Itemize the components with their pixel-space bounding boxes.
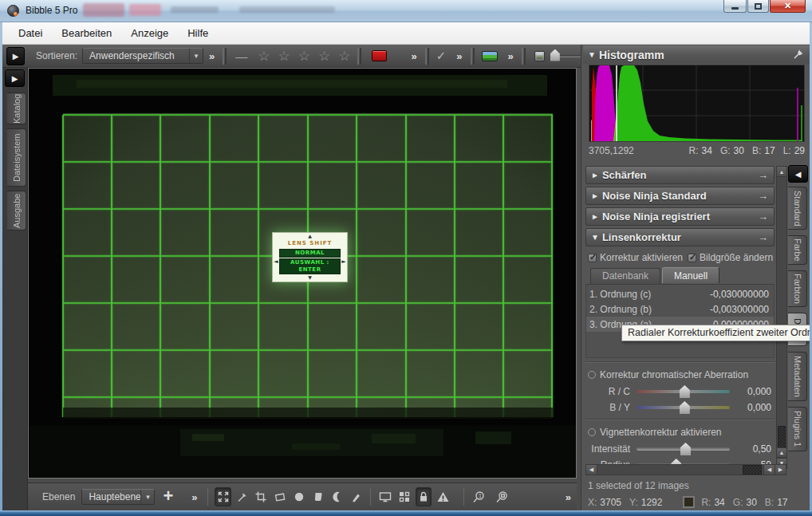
coeff-value[interactable]: -0,030000000 xyxy=(710,289,769,300)
sidebar-tab-ausgabe[interactable]: Ausgabe xyxy=(7,191,26,230)
layer-dropdown[interactable]: Hauptebene ▼ xyxy=(81,489,155,505)
filmstrip-icon[interactable] xyxy=(482,51,498,61)
tab-farbton[interactable]: Farbton xyxy=(788,270,807,307)
menu-anzeige[interactable]: Anzeige xyxy=(121,24,178,42)
chromatic-aberration-checkbox[interactable] xyxy=(588,371,596,379)
osd-selection: NORMAL xyxy=(279,249,341,258)
panel-action-icon[interactable]: → xyxy=(758,231,768,243)
slider-thumb[interactable] xyxy=(680,401,690,414)
menu-datei[interactable]: Datei xyxy=(9,24,52,42)
panel-horizontal-scrollbar[interactable]: ◀ ◀ ▶ xyxy=(585,464,786,475)
scroll-up-button[interactable]: ▲ xyxy=(777,167,786,177)
tab-manuell[interactable]: Manuell xyxy=(662,267,719,283)
scroll-right-button[interactable]: ▶ xyxy=(775,465,786,475)
histogram-header[interactable]: ▼ Histogramm xyxy=(583,45,810,64)
add-layer-button[interactable]: + xyxy=(155,486,181,509)
korrektur-aktivieren-checkbox[interactable] xyxy=(588,254,597,262)
rc-slider[interactable] xyxy=(637,390,730,393)
tab-plugins-1[interactable]: Plugins 1 xyxy=(788,407,807,451)
tab-metadaten[interactable]: Metadaten xyxy=(788,352,807,401)
star-rating-5[interactable]: ☆ xyxy=(334,48,354,65)
sort-overflow-chevron[interactable]: » xyxy=(203,50,220,62)
lock-settings-button[interactable] xyxy=(416,487,432,506)
star-rating-3[interactable]: ☆ xyxy=(294,48,314,65)
vignette-checkbox[interactable] xyxy=(588,428,596,436)
menu-hilfe[interactable]: Hilfe xyxy=(178,24,218,42)
color-label-red-button[interactable] xyxy=(372,50,387,61)
selection-status: 1 selected of 12 images xyxy=(588,480,689,491)
panel-action-icon[interactable]: → xyxy=(758,169,768,181)
clear-rating-button[interactable]: — xyxy=(229,49,254,63)
zoom-actual-icon: 1 xyxy=(472,490,486,504)
tab-standard[interactable]: Standard xyxy=(788,187,807,230)
brush-button[interactable] xyxy=(349,487,365,506)
coord-value: 3705 xyxy=(600,497,621,508)
by-slider[interactable] xyxy=(637,406,730,409)
ellipse-region-button[interactable] xyxy=(291,487,307,506)
maximize-button[interactable] xyxy=(747,0,769,13)
scrollbar-thumb[interactable] xyxy=(743,465,762,475)
eyedropper-button[interactable] xyxy=(235,487,250,506)
image-viewer[interactable]: ▲ LENS SHIFT ◄ NORMAL AUSWAHL : ENTER ► … xyxy=(28,68,577,479)
slider-thumb[interactable] xyxy=(680,385,690,398)
sidebar-tab-dateisystem[interactable]: Dateisystem xyxy=(7,128,26,187)
maximize-icon xyxy=(755,3,762,10)
panel-action-icon[interactable]: → xyxy=(758,190,768,202)
sort-dropdown[interactable]: Anwenderspezifisch ▼ xyxy=(82,48,203,64)
sidebar-expand-button[interactable]: ▶ xyxy=(5,69,25,87)
zoom-fit-button[interactable] xyxy=(495,487,510,506)
close-button[interactable]: ✕ xyxy=(770,0,806,13)
label-overflow-chevron[interactable]: » xyxy=(406,50,423,62)
panel-linsenkorrektur[interactable]: ▼ Linsenkorrektur → xyxy=(585,228,775,246)
zoom-100-button[interactable]: 1 xyxy=(471,487,487,506)
panel-vertical-scrollbar[interactable]: ▲ ▲ ▼ xyxy=(776,166,787,469)
panel-noise-ninja-registriert[interactable]: ► Noise Ninja registriert → xyxy=(585,207,775,226)
tools-overflow-chevron[interactable]: » xyxy=(560,491,577,503)
zoom-out-icon[interactable] xyxy=(534,51,545,61)
tabstrip-collapse-button[interactable]: ◀ xyxy=(788,165,808,183)
scroll-up-button[interactable]: ▲ xyxy=(777,447,786,458)
panel-action-icon[interactable]: → xyxy=(758,211,768,223)
panel-noise-ninja-standard[interactable]: ► Noise Ninja Standard → xyxy=(585,187,775,205)
sidebar-tab-katalog[interactable]: Katalog xyxy=(7,93,26,124)
layer-overflow-chevron[interactable]: » xyxy=(186,491,203,503)
tab-farbe[interactable]: Farbe xyxy=(788,235,807,265)
minimize-button[interactable] xyxy=(723,0,747,13)
pin-icon[interactable] xyxy=(792,49,803,61)
flag-overflow-chevron[interactable]: » xyxy=(451,50,467,62)
left-arrow-icon: ◀ xyxy=(589,467,593,473)
crop-button[interactable] xyxy=(254,487,270,506)
slider-thumb[interactable] xyxy=(550,49,560,61)
star-rating-1[interactable]: ☆ xyxy=(254,48,274,65)
star-rating-2[interactable]: ☆ xyxy=(274,48,294,65)
curve-region-button[interactable] xyxy=(329,487,345,506)
fit-view-button[interactable] xyxy=(215,487,231,506)
bildgroesse-aendern-checkbox[interactable] xyxy=(688,254,696,262)
rgb-value: 30 xyxy=(746,497,756,508)
check-flag-button[interactable]: ✓ xyxy=(432,49,451,63)
coeff-row-1[interactable]: 1. Ordnung (c) -0,030000000 xyxy=(586,286,774,301)
polygon-region-button[interactable] xyxy=(310,487,326,506)
tab-datenbank[interactable]: Datenbank xyxy=(590,268,660,284)
app-body: ▶ Sortieren: Anwenderspezifisch ▼ » — ☆ … xyxy=(2,45,810,510)
soft-proof-button[interactable] xyxy=(377,487,393,506)
coeff-row-2[interactable]: 2. Ordnung (b) -0,003000000 xyxy=(586,301,774,317)
warning-button[interactable] xyxy=(435,487,451,506)
panel-schaerfen[interactable]: ► Schärfen → xyxy=(585,166,775,184)
scrollbar-thumb[interactable] xyxy=(778,426,786,448)
slider-thumb[interactable] xyxy=(680,443,691,455)
menu-bearbeiten[interactable]: Bearbeiten xyxy=(52,24,121,42)
sidebar-flyout-button[interactable]: ▶ xyxy=(6,47,25,65)
straighten-button[interactable] xyxy=(272,487,288,506)
intensitaet-slider[interactable] xyxy=(637,447,730,451)
star-rating-4[interactable]: ☆ xyxy=(314,48,334,65)
app-icon xyxy=(7,5,19,17)
scrollbar-track[interactable] xyxy=(597,465,763,475)
window-border-left xyxy=(0,22,2,516)
scroll-left-button[interactable]: ◀ xyxy=(586,465,597,475)
titlebar[interactable]: Bibble 5 Pro ✕ xyxy=(0,0,812,22)
compare-tiles-button[interactable] xyxy=(396,487,412,506)
coeff-value[interactable]: -0,003000000 xyxy=(710,304,769,315)
scroll-left-button[interactable]: ◀ xyxy=(763,465,775,475)
view-overflow-chevron[interactable]: » xyxy=(503,50,519,62)
